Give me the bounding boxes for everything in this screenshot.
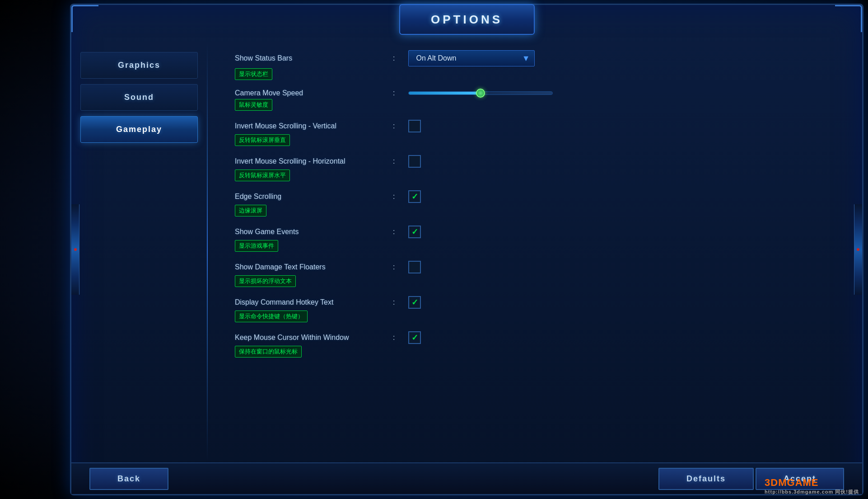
setting-top-invert-h: Invert Mouse Scrolling - Horizontal : (235, 155, 835, 168)
colon-events: : (393, 228, 395, 236)
slider-thumb-camera[interactable] (476, 89, 485, 98)
checkbox-show-game-events[interactable]: ✓ (408, 226, 421, 238)
setting-row-invert-horizontal: Invert Mouse Scrolling - Horizontal : 反转… (235, 155, 835, 181)
corner-tl (71, 5, 98, 32)
sidebar-item-graphics[interactable]: Graphics (80, 52, 198, 79)
checkbox-invert-horizontal[interactable] (408, 155, 421, 168)
translation-damage: 显示损坏的浮动文本 (235, 275, 296, 287)
checkmark-edge: ✓ (411, 192, 418, 202)
setting-row-status-bars: Show Status Bars : On Alt Down ▼ 显示状态栏 (235, 50, 835, 80)
setting-top-damage: Show Damage Text Floaters : (235, 261, 835, 273)
label-command-hotkey: Display Command Hotkey Text (235, 298, 379, 306)
control-invert-h (408, 155, 421, 168)
control-status-bars: On Alt Down ▼ (408, 50, 535, 66)
label-invert-vertical: Invert Mouse Scrolling - Vertical (235, 122, 379, 130)
colon-camera: : (393, 89, 395, 97)
checkbox-keep-cursor[interactable]: ✓ (408, 331, 421, 344)
translation-edge: 边缘滚屏 (235, 205, 266, 217)
control-camera (408, 91, 553, 95)
setting-row-camera-speed: Camera Move Speed : 鼠标灵敏度 (235, 89, 835, 111)
label-invert-horizontal: Invert Mouse Scrolling - Horizontal (235, 157, 379, 165)
setting-top-invert-v: Invert Mouse Scrolling - Vertical : (235, 120, 835, 132)
label-keep-cursor: Keep Mouse Cursor Within Window (235, 334, 379, 342)
dropdown-wrapper-status: On Alt Down ▼ (408, 50, 535, 66)
translation-status-bars: 显示状态栏 (235, 68, 272, 80)
colon-cursor: : (393, 334, 395, 342)
back-button[interactable]: Back (89, 468, 168, 490)
setting-row-game-events: Show Game Events : ✓ 显示游戏事件 (235, 226, 835, 252)
slider-camera[interactable] (408, 91, 553, 95)
checkbox-command-hotkey[interactable]: ✓ (408, 296, 421, 309)
control-events: ✓ (408, 226, 421, 238)
translation-camera: 鼠标灵敏度 (235, 99, 272, 111)
checkbox-invert-vertical[interactable] (408, 120, 421, 132)
page-title: OPTIONS (431, 13, 503, 27)
control-cursor: ✓ (408, 331, 421, 344)
control-damage (408, 261, 421, 273)
colon-status-bars: : (393, 54, 395, 62)
control-edge: ✓ (408, 190, 421, 203)
colon-invert-v: : (393, 122, 395, 130)
defaults-button[interactable]: Defaults (658, 468, 754, 490)
setting-row-invert-vertical: Invert Mouse Scrolling - Vertical : 反转鼠标… (235, 120, 835, 146)
label-edge-scrolling: Edge Scrolling (235, 193, 379, 201)
sidebar-item-sound[interactable]: Sound (80, 84, 198, 111)
brand-name: 3DMGAME (765, 477, 818, 488)
setting-row-hotkey: Display Command Hotkey Text : ✓ 显示命令快捷键（… (235, 296, 835, 322)
setting-top-edge: Edge Scrolling : ✓ (235, 190, 835, 203)
dropdown-value-status: On Alt Down (416, 54, 456, 62)
colon-hotkey: : (393, 298, 395, 306)
setting-row-edge-scroll: Edge Scrolling : ✓ 边缘滚屏 (235, 190, 835, 217)
checkmark-events: ✓ (411, 227, 418, 237)
setting-row-damage-text: Show Damage Text Floaters : 显示损坏的浮动文本 (235, 261, 835, 287)
dropdown-arrow-status: ▼ (522, 54, 530, 63)
setting-row-mouse-cursor: Keep Mouse Cursor Within Window : ✓ 保持在窗… (235, 331, 835, 358)
title-bar: OPTIONS (399, 4, 535, 35)
checkmark-cursor: ✓ (411, 333, 418, 343)
checkbox-edge-scrolling[interactable]: ✓ (408, 190, 421, 203)
checkmark-hotkey: ✓ (411, 297, 418, 307)
translation-hotkey: 显示命令快捷键（热键） (235, 311, 308, 322)
colon-invert-h: : (393, 157, 395, 165)
main-frame: OPTIONS Graphics Sound Gameplay Show Sta… (70, 4, 863, 495)
setting-top-camera: Camera Move Speed : (235, 89, 835, 97)
sidebar-item-gameplay[interactable]: Gameplay (80, 116, 198, 143)
label-damage-text: Show Damage Text Floaters (235, 263, 379, 271)
bottom-bar: Back Defaults Accept (71, 462, 862, 494)
brand-sub: http://bbs.3dmgame.com 同伙!提供 (765, 489, 859, 495)
control-invert-v (408, 120, 421, 132)
colon-edge: : (393, 193, 395, 201)
setting-top-hotkey: Display Command Hotkey Text : ✓ (235, 296, 835, 309)
setting-top-cursor: Keep Mouse Cursor Within Window : ✓ (235, 331, 835, 344)
dropdown-status-bars[interactable]: On Alt Down ▼ (408, 50, 535, 66)
control-hotkey: ✓ (408, 296, 421, 309)
setting-top-events: Show Game Events : ✓ (235, 226, 835, 238)
label-show-status-bars: Show Status Bars (235, 54, 379, 62)
slider-fill-camera (409, 92, 481, 94)
label-show-game-events: Show Game Events (235, 228, 379, 236)
main-content: Graphics Sound Gameplay Show Status Bars… (71, 41, 862, 462)
translation-cursor: 保持在窗口的鼠标光标 (235, 346, 302, 358)
translation-invert-v: 反转鼠标滚屏垂直 (235, 134, 290, 146)
translation-invert-h: 反转鼠标滚屏水平 (235, 169, 290, 181)
sidebar: Graphics Sound Gameplay (71, 41, 207, 462)
corner-tr (835, 5, 862, 32)
label-camera-speed: Camera Move Speed (235, 89, 379, 97)
settings-panel: Show Status Bars : On Alt Down ▼ 显示状态栏 (208, 41, 862, 462)
brand-watermark: 3DMGAME http://bbs.3dmgame.com 同伙!提供 (765, 477, 859, 495)
translation-events: 显示游戏事件 (235, 240, 278, 252)
checkbox-damage-text[interactable] (408, 261, 421, 273)
colon-damage: : (393, 263, 395, 271)
setting-top-status-bars: Show Status Bars : On Alt Down ▼ (235, 50, 835, 66)
